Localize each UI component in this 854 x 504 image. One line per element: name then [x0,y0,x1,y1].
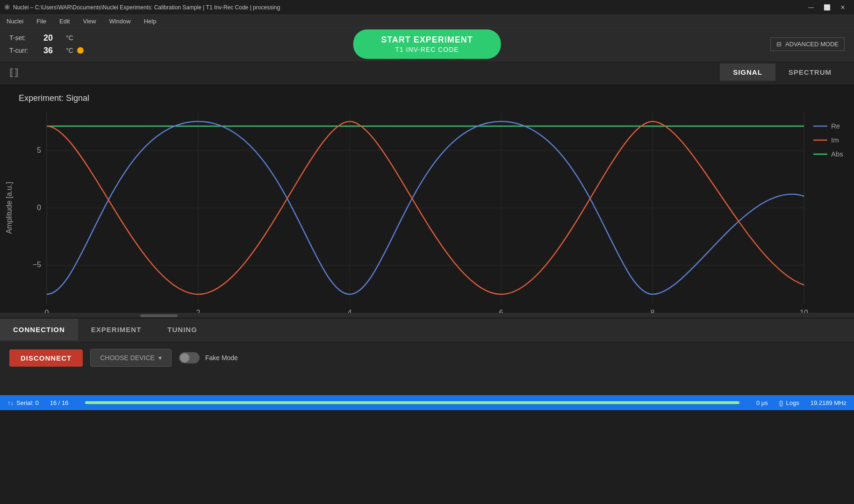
choose-device-label: CHOOSE DEVICE [100,354,155,362]
status-right: {} Logs 19.2189 MHz [779,399,847,406]
svg-text:10: 10 [800,309,808,313]
temperature-section: T-set: 20 °C T-curr: 36 °C [9,33,112,56]
svg-text:Im: Im [831,136,839,144]
chart-area: Experiment: Signal 5 0 −5 0 2 4 6 8 [0,84,854,313]
svg-text:6: 6 [499,309,503,313]
advanced-mode-button[interactable]: ⊟ ADVANCED MODE [770,37,845,51]
frequency-status: 19.2189 MHz [811,399,847,406]
close-button[interactable]: ✕ [835,3,850,12]
start-btn-line1: START EXPERIMENT [381,35,473,45]
horizontal-scrollbar[interactable] [140,314,178,317]
scrollbar-area [0,313,854,318]
app-icon: ⚛ [4,3,10,12]
menu-item-file[interactable]: File [34,17,49,26]
status-bar: ↑↓ Serial: 0 16 / 16 0 μs {} Logs 19.218… [0,395,854,410]
split-view-icon[interactable]: ⟦⟧ [9,67,19,78]
t-set-row: T-set: 20 °C [9,33,112,43]
bottom-panel: CONNECTION EXPERIMENT TUNING DISCONNECT … [0,318,854,410]
svg-text:4: 4 [348,309,352,313]
svg-text:−5: −5 [33,261,41,269]
svg-text:8: 8 [651,309,655,313]
advanced-mode-icon: ⊟ [776,41,782,48]
progress-bar-fill [85,401,739,404]
t-set-label: T-set: [9,34,40,42]
t-curr-unit: °C [66,47,73,54]
title-text: Nuclei – C:\Users\WAR\Documents\Nuclei E… [13,4,804,11]
tab-tuning[interactable]: TUNING [154,319,210,341]
start-button-container: START EXPERIMENT T1 INV-REC CODE [353,29,501,59]
temperature-indicator [77,47,84,54]
fake-mode-section: Fake Mode [179,352,238,363]
t-set-value: 20 [43,33,62,43]
serial-label: Serial: 0 [16,399,39,406]
t-set-unit: °C [66,34,73,42]
disconnect-button[interactable]: DISCONNECT [9,349,83,367]
svg-text:Abs: Abs [831,150,843,158]
menu-item-help[interactable]: Help [141,17,159,26]
menu-item-view[interactable]: View [80,17,99,26]
serial-status: ↑↓ Serial: 0 [7,399,39,406]
tab-signal[interactable]: SIGNAL [720,64,775,81]
svg-text:Re: Re [831,122,840,130]
progress-label: 16 / 16 [50,399,69,406]
fake-mode-toggle[interactable] [179,352,200,363]
t-curr-row: T-curr: 36 °C [9,46,112,56]
frequency-value: 19.2189 MHz [811,399,847,406]
menu-bar: NucleiFileEditViewWindowHelp [0,15,854,28]
choose-device-chevron: ▾ [158,354,162,362]
menu-item-nuclei[interactable]: Nuclei [4,17,26,26]
fake-mode-label: Fake Mode [205,354,238,362]
svg-text:0: 0 [37,204,41,212]
logs-icon: {} [779,399,783,406]
time-label: 0 μs [756,399,768,406]
svg-text:0: 0 [45,309,49,313]
maximize-button[interactable]: ⬜ [819,3,834,12]
bottom-tabs: CONNECTION EXPERIMENT TUNING [0,319,854,341]
start-btn-line2: T1 INV-REC CODE [395,46,459,53]
svg-text:5: 5 [37,146,41,154]
choose-device-button[interactable]: CHOOSE DEVICE ▾ [90,349,172,367]
advanced-mode-label: ADVANCED MODE [785,41,839,48]
logs-status[interactable]: {} Logs [779,399,799,406]
menu-item-edit[interactable]: Edit [57,17,72,26]
svg-text:2: 2 [196,309,201,313]
toolbar: T-set: 20 °C T-curr: 36 °C START EXPERIM… [0,28,854,61]
progress-bar [85,401,739,404]
svg-text:Amplitude [a.u.]: Amplitude [a.u.] [5,182,13,234]
connection-controls: DISCONNECT CHOOSE DEVICE ▾ Fake Mode [0,341,854,375]
tab-experiment[interactable]: EXPERIMENT [78,319,155,341]
menu-item-window[interactable]: Window [106,17,133,26]
time-status: 0 μs [756,399,768,406]
chart-svg: 5 0 −5 0 2 4 6 8 10 Time [μs] Amplitude … [0,84,854,313]
t-curr-label: T-curr: [9,47,40,54]
tab-spectrum[interactable]: SPECTRUM [775,64,845,81]
minimize-button[interactable]: — [804,3,818,12]
window-controls: — ⬜ ✕ [804,3,850,12]
logs-label: Logs [786,399,799,406]
toggle-knob [180,353,189,362]
view-bar: ⟦⟧ SIGNAL SPECTRUM [0,61,854,84]
transfer-arrows-icon: ↑↓ [7,399,14,406]
t-curr-value: 36 [43,46,62,56]
tab-connection[interactable]: CONNECTION [0,319,78,341]
progress-status: 16 / 16 [50,399,69,406]
view-tabs: SIGNAL SPECTRUM [720,64,845,81]
title-bar: ⚛ Nuclei – C:\Users\WAR\Documents\Nuclei… [0,0,854,15]
start-experiment-button[interactable]: START EXPERIMENT T1 INV-REC CODE [353,29,501,59]
